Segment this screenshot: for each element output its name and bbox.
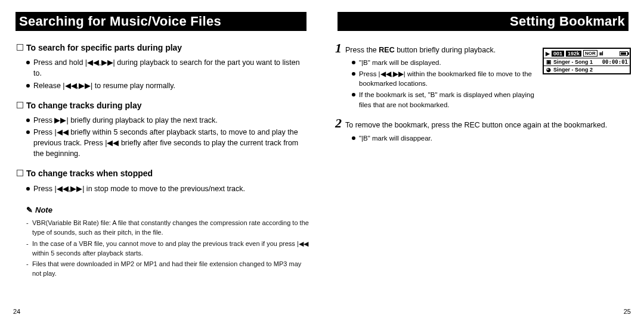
step-text: To remove the bookmark, press the REC bu… [345, 120, 607, 130]
page-title-left: Searching for Music/Voice Files [19, 14, 221, 29]
note-item: VBR(Variable Bit Rate) file: A file that… [26, 219, 309, 238]
lcd-bitrate: 192k [566, 51, 581, 57]
note-block: Note VBR(Variable Bit Rate) file: A file… [13, 205, 309, 279]
bullet-list: Press ▶▶| briefly during playback to pla… [13, 115, 309, 160]
step-text: Press the REC button briefly during play… [345, 45, 496, 55]
lcd-song-row-2: ◕ Singer - Song 2 [544, 66, 630, 73]
step-1: 1 Press the REC button briefly during pl… [335, 42, 535, 110]
section-head: To change tracks when stopped [16, 167, 309, 179]
note-item: Files that were downloaded in MP2 or MP1… [26, 260, 309, 279]
page-number-left: 24 [13, 308, 20, 315]
lcd-song1: Singer - Song 1 [553, 59, 593, 65]
header-bar-right: Setting Bookmark [335, 12, 631, 31]
note-label-text: Note [35, 205, 52, 216]
list-item: "|B" mark will disappear. [352, 133, 631, 144]
list-item: "|B" mark will be displayed. [352, 58, 535, 68]
lcd-status-row: ▶ 001 192k NOR ıııl [544, 49, 630, 58]
list-item: Press |◀◀,▶▶| in stop mode to move to th… [26, 183, 309, 194]
sub-bullet-list: "|B" mark will be displayed. Press |◀◀,▶… [335, 58, 535, 110]
note-list: VBR(Variable Bit Rate) file: A file that… [26, 219, 309, 279]
step-text-bold: REC [379, 46, 394, 54]
lcd-time: 00:00:01 [602, 59, 628, 65]
section-head: To change tracks during play [16, 99, 309, 111]
battery-icon [620, 51, 628, 56]
step-text-part: Press the [345, 46, 379, 54]
list-item: Press ▶▶| briefly during playback to pla… [26, 115, 309, 126]
lcd-track: 001 [552, 51, 564, 57]
spread: Searching for Music/Voice Files To searc… [0, 0, 644, 321]
step-text-part: button briefly during playback. [395, 46, 496, 54]
list-item: Press |◀◀,▶▶| within the bookmarked file… [352, 69, 535, 89]
step-row: 2 To remove the bookmark, press the REC … [335, 117, 631, 130]
lcd-song-row-1: ▣ Singer - Song 1 00:00:01 [544, 58, 630, 66]
signal-icon: ıııl [599, 51, 603, 57]
note-item: In the case of a VBR file, you cannot mo… [26, 239, 309, 258]
page-left: Searching for Music/Voice Files To searc… [0, 0, 322, 321]
page-number-right: 25 [624, 308, 631, 315]
header-bar-left: Searching for Music/Voice Files [13, 12, 309, 31]
step-number: 2 [335, 117, 342, 130]
section-head: To search for specific parts during play [16, 42, 309, 54]
list-item: If the bookmark is set, "B" mark is disp… [352, 90, 535, 110]
bullet-list: Press |◀◀,▶▶| in stop mode to move to th… [13, 183, 309, 194]
step-2: 2 To remove the bookmark, press the REC … [335, 117, 631, 143]
lock-icon: ◕ [546, 67, 552, 73]
page-right: Setting Bookmark 1 Press the REC button … [322, 0, 644, 321]
list-item: Release |◀◀,▶▶| to resume play normally. [26, 80, 309, 91]
page-title-right: Setting Bookmark [510, 14, 625, 29]
lcd-eq: NOR [583, 50, 597, 57]
bullet-list: Press and hold |◀◀,▶▶| during playback t… [13, 57, 309, 91]
note-label: Note [26, 205, 52, 216]
content-left: To search for specific parts during play… [13, 42, 309, 279]
play-icon: ▶ [546, 51, 550, 57]
lcd-song2: Singer - Song 2 [553, 67, 593, 73]
list-item: Press and hold |◀◀,▶▶| during playback t… [26, 57, 309, 79]
lcd-display: ▶ 001 192k NOR ıııl ▣ Singer - Song 1 00… [543, 48, 631, 74]
step-row: 1 Press the REC button briefly during pl… [335, 42, 535, 55]
bookmark-icon: ▣ [546, 59, 552, 65]
sub-bullet-list: "|B" mark will disappear. [335, 133, 631, 144]
list-item: Press |◀◀ briefly within 5 seconds after… [26, 127, 309, 159]
step-number: 1 [335, 42, 342, 55]
